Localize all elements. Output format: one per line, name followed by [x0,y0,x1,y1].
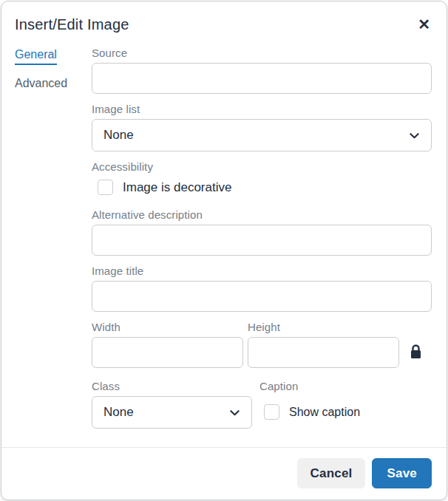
lock-icon[interactable] [408,343,424,361]
source-group: Source [92,47,432,94]
image-title-label: Image title [92,265,432,277]
source-label: Source [92,47,432,59]
height-group: Height [248,321,399,368]
close-icon[interactable]: ✕ [413,16,435,33]
height-label: Height [248,321,399,333]
caption-label: Caption [259,380,432,392]
chevron-down-icon [409,130,420,141]
image-list-label: Image list [92,103,432,115]
tab-general[interactable]: General [15,48,92,65]
constrain-proportions-column [399,321,432,368]
image-title-input[interactable] [92,281,432,312]
chevron-down-icon [229,407,240,418]
image-list-group: Image list None [92,103,432,151]
insert-edit-image-dialog: Insert/Edit Image ✕ General Advanced Sou… [1,1,447,500]
image-title-group: Image title [92,265,432,312]
form-column: Source Image list None Accessibility Ima… [92,47,432,447]
dimensions-row: Width Height [92,321,432,368]
accessibility-group: Accessibility Image is decorative [92,160,432,195]
decorative-checkbox-row: Image is decorative [92,180,432,195]
tab-advanced[interactable]: Advanced [15,77,92,92]
width-label: Width [92,321,243,333]
alternative-description-input[interactable] [92,225,432,256]
class-caption-row: Class None Caption Show caption [92,380,432,429]
cancel-button[interactable]: Cancel [297,458,366,488]
alternative-description-group: Alternative description [92,208,432,256]
alternative-description-label: Alternative description [92,208,432,221]
class-group: Class None [92,380,252,429]
show-caption-checkbox[interactable] [264,404,279,420]
height-input[interactable] [248,337,399,368]
tab-general-label: General [15,48,57,65]
source-input[interactable] [92,63,432,94]
image-list-selected-value: None [103,128,134,143]
image-is-decorative-label: Image is decorative [123,180,231,195]
width-input[interactable] [92,337,243,368]
dialog-footer: Cancel Save [1,447,447,500]
show-caption-checkbox-row: Show caption [259,396,432,420]
class-select[interactable]: None [92,396,252,429]
class-label: Class [92,380,252,392]
image-is-decorative-checkbox[interactable] [98,180,113,195]
dialog-header: Insert/Edit Image ✕ [1,1,447,41]
show-caption-label: Show caption [289,406,360,419]
caption-group: Caption Show caption [259,380,432,429]
width-group: Width [92,321,243,368]
dialog-body: General Advanced Source Image list None [1,41,447,447]
class-selected-value: None [103,405,134,420]
accessibility-label: Accessibility [92,160,432,173]
tab-nav: General Advanced [15,47,92,447]
image-list-select[interactable]: None [92,119,432,151]
tab-advanced-label: Advanced [15,77,67,92]
save-button[interactable]: Save [372,458,432,488]
dialog-title: Insert/Edit Image [15,16,129,33]
